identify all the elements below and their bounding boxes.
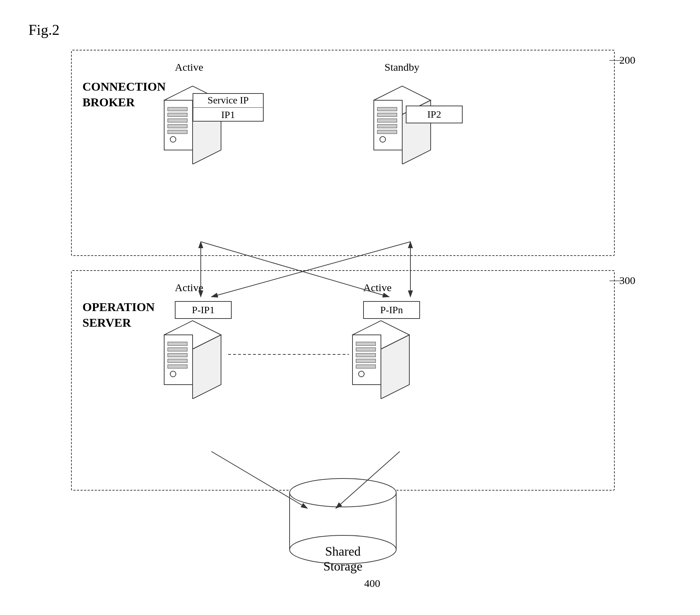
svg-rect-22 [168,348,187,351]
server-op-left [157,314,228,399]
ip2-box: IP2 [406,106,463,123]
op-server-dashed-link [228,349,349,360]
shared-storage: Shared Storage 400 [286,471,400,589]
active-label-op1: Active [175,282,203,294]
svg-rect-30 [356,342,376,346]
svg-rect-6 [168,124,187,128]
svg-rect-21 [168,342,187,346]
svg-rect-14 [377,119,397,122]
diagram-container: 200 CONNECTION BROKER Active Standby Ser… [71,50,632,590]
active-label-op2: Active [363,282,392,294]
svg-rect-3 [168,107,187,111]
svg-rect-13 [377,113,397,117]
svg-rect-34 [356,365,376,368]
operation-server-box: 300 OPERATION SERVER Active P-IP1 Active [71,270,615,491]
connection-broker-label: CONNECTION BROKER [82,79,166,110]
active-label-broker: Active [175,61,203,73]
svg-rect-25 [168,365,187,368]
figure-label: Fig.2 [28,21,60,38]
standby-label-broker: Standby [384,61,419,73]
svg-rect-31 [356,348,376,351]
operation-server-label: OPERATION SERVER [82,299,155,331]
svg-rect-32 [356,353,376,357]
connection-broker-box: 200 CONNECTION BROKER Active Standby Ser… [71,50,615,256]
svg-rect-7 [168,130,187,134]
svg-rect-12 [377,107,397,111]
svg-rect-24 [168,359,187,363]
svg-rect-5 [168,119,187,122]
server-op-right [345,314,416,399]
svg-rect-16 [377,130,397,134]
svg-point-40 [290,478,396,507]
svg-rect-15 [377,124,397,128]
svg-rect-33 [356,359,376,363]
ref-300: 300 [619,274,635,287]
svg-rect-4 [168,113,187,117]
svg-rect-23 [168,353,187,357]
service-ip-box: Service IP IP1 [193,93,264,122]
ref-200: 200 [619,54,635,66]
ref-400: 400 [364,577,400,589]
